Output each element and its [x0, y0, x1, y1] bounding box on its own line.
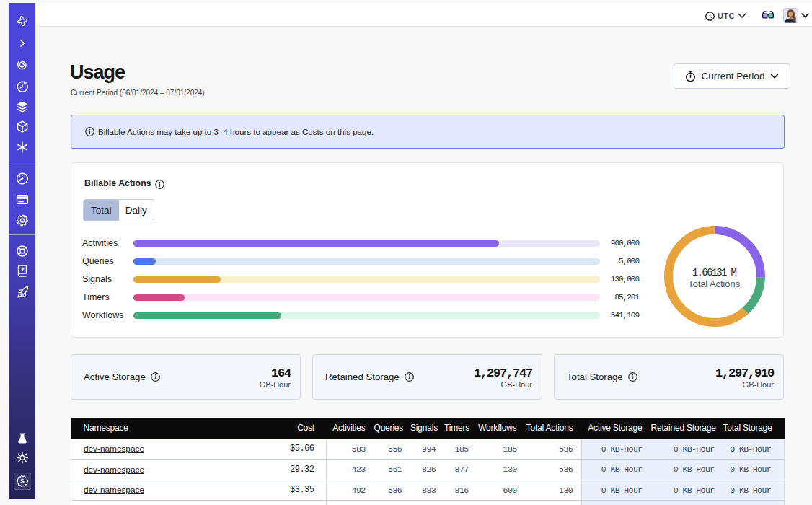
svg-text:$: $ [20, 477, 25, 485]
